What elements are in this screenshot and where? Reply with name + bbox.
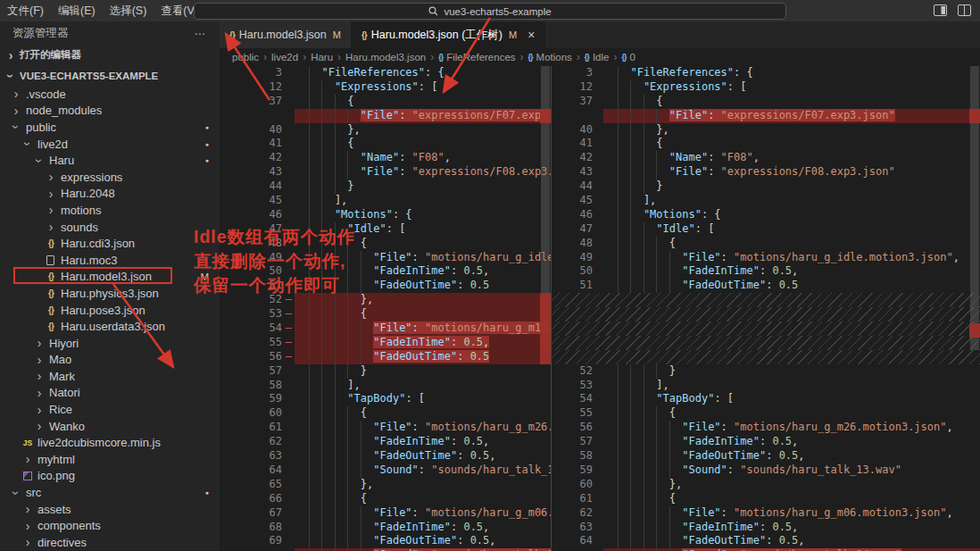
code-line[interactable]: 63"FadeInTime": 0.5, (552, 521, 980, 535)
breadcrumb-item[interactable]: 0 (629, 52, 635, 63)
tree-item[interactable]: {}Haru.userdata3.json (0, 318, 220, 335)
code-line[interactable] (552, 321, 980, 336)
tree-item[interactable]: {}Haru.model3.jsonM (0, 269, 220, 286)
code-line[interactable]: 56"File": "motions/haru_g_m26.motion3.js… (552, 421, 980, 435)
open-editors-section-header[interactable]: › 打开的编辑器 (0, 45, 220, 65)
code-line[interactable] (552, 350, 980, 364)
code-line[interactable]: 53–{ (220, 307, 551, 321)
tree-item[interactable]: ›Hiyori (0, 335, 220, 352)
close-icon[interactable]: × (527, 29, 535, 41)
tree-item[interactable]: ›Haru.2048 (0, 186, 220, 203)
code-line[interactable]: 60{ (220, 406, 551, 421)
code-line[interactable]: 43"File": "expressions/F08.exp3.json" (552, 165, 980, 179)
code-line[interactable]: 51"FadeOutTime": 0.5 (220, 279, 551, 293)
tree-item[interactable]: ›src● (0, 484, 220, 501)
code-line[interactable]: 55–"FadeInTime": 0.5, (220, 336, 551, 350)
toggle-sidebar-icon[interactable] (934, 4, 947, 16)
editor-tab[interactable]: {}Haru.model3.json (工作树)M× (352, 21, 545, 48)
code-line[interactable]: 64"FadeOutTime": 0.5, (552, 534, 980, 548)
code-line[interactable]: 46"Motions": { (220, 208, 551, 222)
code-line[interactable]: 51"FadeOutTime": 0.5 (552, 279, 980, 293)
tree-item[interactable]: ›expressions (0, 169, 220, 186)
code-line[interactable]: 53], (552, 379, 980, 393)
menu-item[interactable]: 编辑(E) (51, 0, 103, 21)
tree-item[interactable]: {}Haru.physics3.json (0, 285, 220, 302)
code-line[interactable]: 41{ (220, 137, 551, 151)
tree-item[interactable]: ›Haru● (0, 152, 220, 169)
tree-item[interactable]: {}Haru.pose3.json (0, 302, 220, 319)
code-line[interactable]: 61{ (552, 492, 980, 506)
code-line[interactable]: 3"FileReferences": { (220, 66, 551, 80)
command-center-search[interactable]: vue3-echarts5-example (194, 3, 786, 20)
code-line[interactable]: 47"Idle": [ (552, 222, 980, 237)
code-line[interactable]: 62"FadeInTime": 0.5, (220, 435, 551, 449)
code-line[interactable]: 44} (552, 179, 980, 194)
code-line[interactable]: 63"FadeOutTime": 0.5, (220, 449, 551, 463)
breadcrumb-item[interactable]: public (232, 52, 259, 63)
code-line[interactable]: "File": "expressions/F07.exp3.json" (220, 109, 551, 123)
tree-item[interactable]: ›sounds (0, 219, 220, 236)
tree-item[interactable]: ›live2d● (0, 136, 220, 153)
breadcrumb-item[interactable]: Haru.model3.json (345, 52, 426, 63)
tree-item[interactable]: ›Wanko (0, 418, 220, 435)
code-line[interactable]: 47"Idle": [ (220, 222, 551, 237)
tree-item[interactable]: ›node_modules (0, 103, 220, 120)
code-line[interactable]: 59"TapBody": [ (220, 392, 551, 406)
code-line[interactable] (552, 293, 980, 307)
code-line[interactable]: 54–"File": "motions/haru_g_m15.motion3.j… (220, 321, 551, 336)
code-line[interactable]: 42"Name": "F08", (220, 151, 551, 165)
tree-item[interactable]: ›myhtml (0, 451, 220, 468)
menu-item[interactable]: 文件(F) (0, 0, 51, 21)
diff-right-pane[interactable]: 3"FileReferences": {12"Expressions": [37… (551, 66, 980, 551)
code-line[interactable]: 57"FadeInTime": 0.5, (552, 435, 980, 449)
project-section-header[interactable]: › VUE3-ECHARTS5-EXAMPLE (0, 65, 220, 86)
code-line[interactable]: 65}, (220, 478, 551, 492)
code-line[interactable]: 52} (552, 364, 980, 379)
code-line[interactable]: 46"Motions": { (552, 208, 980, 222)
tree-item[interactable]: ›Mark (0, 368, 220, 385)
tree-item[interactable]: ›directives (0, 534, 220, 551)
breadcrumb-item[interactable]: FileReferences (446, 52, 515, 63)
code-line[interactable]: 44} (220, 179, 551, 194)
code-line[interactable]: 58], (220, 379, 551, 393)
code-line[interactable]: 3"FileReferences": { (552, 66, 980, 80)
code-line[interactable]: 54"TapBody": [ (552, 392, 980, 406)
right-scrollbar[interactable] (969, 66, 980, 551)
customize-layout-icon[interactable] (958, 4, 971, 16)
tree-item[interactable]: ›motions (0, 202, 220, 219)
code-line[interactable]: 58"FadeOutTime": 0.5, (552, 449, 980, 463)
code-line[interactable]: 62"File": "motions/haru_g_m06.motion3.js… (552, 506, 980, 521)
tree-item[interactable]: {}Haru.cdi3.json (0, 235, 220, 252)
code-line[interactable]: 12"Expressions": [ (552, 80, 980, 95)
code-line[interactable]: 50"FadeInTime": 0.5, (220, 264, 551, 279)
code-line[interactable]: 66{ (220, 492, 551, 506)
code-line[interactable]: 59"Sound": "sounds/haru_talk_13.wav" (552, 463, 980, 478)
diff-left-pane[interactable]: 3"FileReferences": {12"Expressions": [37… (220, 66, 551, 551)
more-actions-icon[interactable]: ⋯ (195, 27, 208, 40)
code-line[interactable]: 68"FadeInTime": 0.5, (220, 521, 551, 535)
breadcrumb-item[interactable]: Haru (311, 52, 333, 63)
breadcrumb-item[interactable]: Motions (536, 52, 572, 63)
scrollbar-thumb[interactable] (541, 66, 550, 350)
code-line[interactable]: 69"FadeOutTime": 0.5, (220, 534, 551, 548)
code-line[interactable] (552, 336, 980, 350)
code-line[interactable]: 12"Expressions": [ (220, 80, 551, 95)
code-line[interactable]: 60}, (552, 478, 980, 492)
tree-item[interactable]: ›public● (0, 119, 220, 136)
code-line[interactable]: 67"File": "motions/haru_g_m06.motion3.js… (220, 506, 551, 521)
tree-item[interactable]: ›Rice (0, 401, 220, 418)
code-line[interactable]: 45], (220, 194, 551, 208)
code-line[interactable]: 37{ (552, 95, 980, 109)
code-line[interactable]: 55{ (552, 406, 980, 421)
code-line[interactable]: 42"Name": "F08", (552, 151, 980, 165)
code-line[interactable]: 40}, (220, 123, 551, 138)
breadcrumb-item[interactable]: live2d (271, 52, 298, 63)
tree-item[interactable]: ›.vscode (0, 86, 220, 103)
code-line[interactable] (552, 307, 980, 321)
code-line[interactable]: 64"Sound": "sounds/haru_talk_13.wav" (220, 463, 551, 478)
code-line[interactable]: 56–"FadeOutTime": 0.5 (220, 350, 551, 364)
tree-item[interactable]: ›Natori (0, 385, 220, 402)
code-line[interactable]: 43"File": "expressions/F08.exp3.json" (220, 165, 551, 179)
tree-item[interactable]: ›assets (0, 501, 220, 518)
tree-item[interactable]: ico.png (0, 468, 220, 485)
